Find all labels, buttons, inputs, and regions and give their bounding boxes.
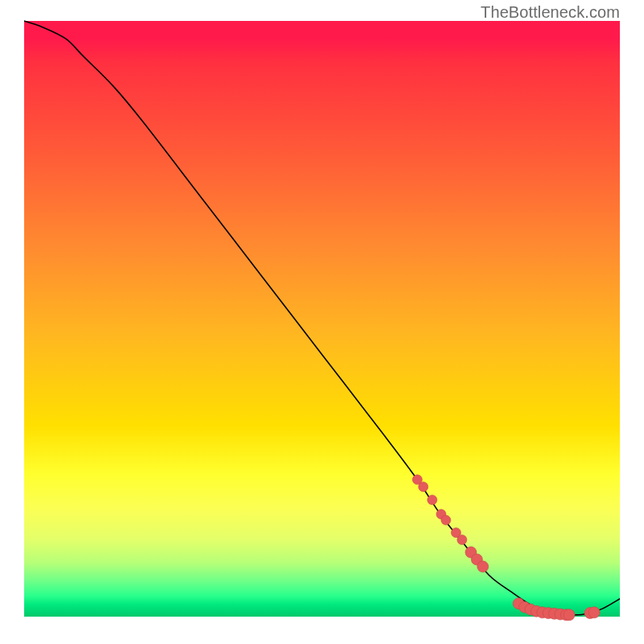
chart-overlay (24, 21, 620, 617)
marker-dot (441, 515, 451, 525)
watermark-text: TheBottleneck.com (481, 3, 620, 22)
bottleneck-curve (24, 21, 620, 615)
marker-dot (477, 561, 489, 572)
marker-dot (588, 607, 600, 618)
marker-dot (564, 609, 575, 621)
chart-container: TheBottleneck.com (0, 0, 644, 644)
marker-group (412, 475, 600, 621)
marker-dot (427, 495, 437, 505)
marker-dot (457, 535, 467, 545)
marker-dot (419, 482, 428, 492)
